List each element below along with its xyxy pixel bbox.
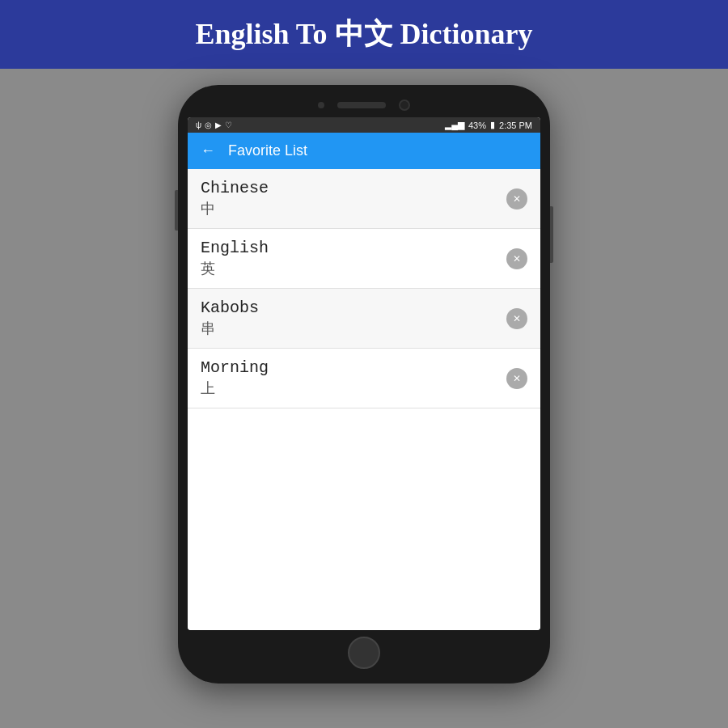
play-icon: ▶: [215, 121, 222, 129]
list-item-english: Morning: [201, 358, 269, 377]
favorite-list: Chinese 中 English 英 Kabobs 串 Morning 上: [188, 169, 540, 630]
status-icons-left: ψ ◎ ▶ ♡: [196, 121, 232, 129]
remove-button[interactable]: [506, 188, 527, 210]
battery-text: 43%: [468, 121, 486, 130]
usb-icon: ψ: [196, 121, 201, 129]
music-icon: ◎: [205, 121, 212, 129]
list-item-chinese: 英: [201, 259, 269, 278]
list-item-chinese: 串: [201, 319, 259, 338]
back-button[interactable]: ←: [201, 142, 215, 159]
headphone-icon: ♡: [225, 121, 232, 129]
phone-bottom: [188, 630, 540, 674]
list-item-text: English 英: [201, 239, 269, 278]
time-text: 2:35 PM: [499, 121, 532, 130]
speaker-dot: [318, 102, 324, 108]
power-button: [550, 206, 553, 263]
list-item-text: Kabobs 串: [201, 298, 259, 338]
list-item: English 英: [188, 229, 540, 289]
list-item: Morning 上: [188, 349, 540, 408]
main-area: ψ ◎ ▶ ♡ ▂▄▆ 43% ▮ 2:35 PM ← Favorite Lis…: [0, 69, 728, 728]
list-item-text: Morning 上: [201, 358, 269, 398]
list-item-english: Chinese: [201, 179, 269, 197]
home-button[interactable]: [348, 637, 380, 669]
remove-button[interactable]: [506, 308, 527, 329]
earpiece: [337, 102, 386, 108]
list-item-text: Chinese 中: [201, 179, 269, 218]
list-item-english: English: [201, 239, 269, 257]
app-bar-title: Favorite List: [228, 142, 307, 159]
status-right: ▂▄▆ 43% ▮ 2:35 PM: [445, 120, 532, 130]
banner-title: English To 中文 Dictionary: [16, 15, 712, 54]
list-item-english: Kabobs: [201, 298, 259, 317]
top-banner: English To 中文 Dictionary: [0, 0, 728, 69]
remove-button[interactable]: [506, 248, 527, 269]
remove-button[interactable]: [506, 368, 527, 389]
list-item-chinese: 中: [201, 199, 269, 218]
list-item: Chinese 中: [188, 169, 540, 229]
status-bar: ψ ◎ ▶ ♡ ▂▄▆ 43% ▮ 2:35 PM: [188, 117, 540, 133]
volume-button: [175, 190, 178, 231]
phone-screen: ψ ◎ ▶ ♡ ▂▄▆ 43% ▮ 2:35 PM ← Favorite Lis…: [188, 117, 540, 630]
battery-icon: ▮: [490, 120, 495, 130]
phone-top: [188, 95, 540, 117]
list-item-chinese: 上: [201, 379, 269, 398]
list-item: Kabobs 串: [188, 289, 540, 349]
signal-icon: ▂▄▆: [445, 120, 464, 130]
front-camera: [399, 99, 410, 111]
app-bar: ← Favorite List: [188, 133, 540, 169]
phone-shell: ψ ◎ ▶ ♡ ▂▄▆ 43% ▮ 2:35 PM ← Favorite Lis…: [178, 85, 550, 684]
